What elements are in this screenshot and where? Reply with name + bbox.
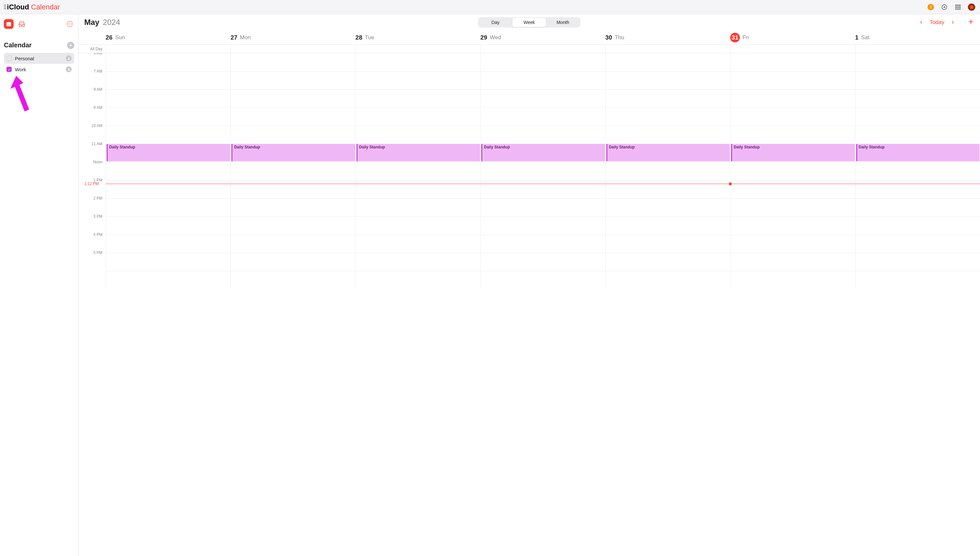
day-name: Fri	[742, 34, 749, 41]
calendar-event[interactable]: Daily Standup	[231, 144, 355, 162]
time-label: 4 PM	[93, 232, 102, 237]
day-column[interactable]: Daily Standup	[605, 53, 730, 289]
allday-cell[interactable]	[480, 45, 605, 53]
day-header[interactable]: 29Wed	[480, 31, 605, 44]
time-label: 11 AM	[91, 142, 102, 146]
top-header:  iCloud Calendar !	[0, 0, 980, 14]
day-header[interactable]: 31Fri	[730, 31, 855, 44]
sidebar: Calendar + PersonalWork	[0, 14, 78, 556]
day-header-row: 26Sun27Mon28Tue29Wed30Thu31Fri1Sat	[78, 31, 980, 45]
day-number: 31	[730, 33, 740, 42]
view-month-segment[interactable]: Month	[546, 18, 580, 27]
svg-point-11	[959, 8, 960, 10]
svg-point-4	[957, 5, 958, 5]
calendar-name: Work	[15, 67, 26, 72]
current-year: 2024	[103, 18, 120, 27]
svg-rect-15	[8, 24, 9, 24]
day-number: 1	[855, 34, 859, 41]
allday-cell[interactable]	[855, 45, 980, 53]
day-name: Thu	[615, 34, 624, 41]
day-column[interactable]: Daily Standup	[855, 53, 980, 289]
event-title: Daily Standup	[607, 144, 730, 150]
allday-cell[interactable]	[605, 45, 730, 53]
calendar-name: Personal	[15, 56, 34, 61]
view-day-segment[interactable]: Day	[479, 18, 513, 27]
quick-add-icon[interactable]	[940, 3, 949, 12]
svg-point-5	[959, 5, 960, 5]
calendar-item[interactable]: Personal	[4, 53, 74, 64]
calendar-visibility-checkbox[interactable]	[6, 56, 12, 61]
calendar-event[interactable]: Daily Standup	[481, 144, 605, 162]
svg-rect-14	[8, 24, 8, 24]
add-calendar-icon[interactable]: +	[67, 42, 74, 49]
time-label: 10 AM	[91, 123, 102, 128]
svg-point-17	[68, 57, 70, 58]
brand[interactable]:  iCloud Calendar	[4, 3, 60, 11]
annotation-arrow-icon	[10, 76, 36, 115]
calendar-event[interactable]: Daily Standup	[856, 144, 980, 162]
allday-cell[interactable]	[106, 45, 230, 53]
svg-point-9	[956, 8, 957, 10]
day-header[interactable]: 27Mon	[230, 31, 355, 44]
svg-rect-13	[6, 23, 11, 24]
calendar-event[interactable]: Daily Standup	[606, 144, 730, 162]
calendar-event[interactable]: Daily Standup	[356, 144, 480, 162]
calendar-event[interactable]: Daily Standup	[107, 144, 230, 162]
svg-point-18	[68, 68, 70, 70]
event-title: Daily Standup	[857, 144, 980, 150]
time-label: 8 AM	[94, 87, 102, 92]
inbox-icon[interactable]	[17, 19, 27, 29]
account-avatar[interactable]	[967, 3, 976, 12]
allday-cell[interactable]	[230, 45, 355, 53]
day-column[interactable]: Daily Standup	[230, 53, 355, 289]
sidebar-more-icon[interactable]	[65, 19, 74, 29]
svg-point-8	[959, 6, 960, 8]
time-label: 2 PM	[93, 196, 102, 200]
avatar-icon	[968, 3, 975, 11]
day-header[interactable]: 28Tue	[356, 31, 480, 44]
day-column[interactable]: Daily Standup	[106, 53, 230, 289]
day-number: 27	[230, 34, 237, 41]
calendar-main: May 2024 Day Week Month Today	[78, 14, 980, 556]
next-week-button[interactable]	[949, 19, 956, 26]
apple-logo-icon: 	[4, 3, 6, 11]
time-label: 3 PM	[93, 214, 102, 219]
time-label: 5 PM	[93, 251, 102, 255]
view-week-segment[interactable]: Week	[513, 18, 546, 27]
calendar-view-icon[interactable]	[4, 19, 14, 29]
notifications-alert-icon[interactable]: !	[926, 3, 935, 12]
calendar-share-icon[interactable]	[66, 55, 72, 61]
calendars-section-title: Calendar	[4, 42, 32, 49]
exclamation-icon: !	[928, 4, 934, 10]
allday-cell[interactable]	[356, 45, 480, 53]
day-number: 28	[356, 34, 362, 41]
day-number: 29	[480, 34, 487, 41]
today-button[interactable]: Today	[930, 19, 944, 26]
calendar-event[interactable]: Daily Standup	[731, 144, 855, 162]
prev-week-button[interactable]	[918, 19, 925, 26]
add-event-button[interactable]	[968, 18, 974, 26]
calendar-visibility-checkbox[interactable]	[6, 67, 12, 72]
svg-rect-16	[10, 24, 10, 24]
day-header[interactable]: 1Sat	[855, 31, 980, 44]
allday-cell[interactable]	[730, 45, 855, 53]
event-title: Daily Standup	[482, 144, 605, 150]
view-switcher: Day Week Month	[478, 17, 581, 27]
svg-point-10	[957, 8, 958, 10]
app-launcher-grid-icon[interactable]	[953, 3, 962, 12]
day-column[interactable]: Daily Standup	[356, 53, 480, 289]
day-column[interactable]: Daily Standup	[730, 53, 855, 289]
calendar-share-icon[interactable]	[66, 66, 72, 72]
calendar-toolbar: May 2024 Day Week Month Today	[78, 14, 980, 31]
time-label: 1 PM	[93, 178, 102, 183]
brand-app: Calendar	[31, 3, 60, 11]
calendar-item[interactable]: Work	[4, 64, 74, 75]
time-label: Noon	[93, 160, 102, 164]
day-header[interactable]: 26Sun	[106, 31, 230, 44]
day-column[interactable]: Daily Standup	[480, 53, 605, 289]
day-header[interactable]: 30Thu	[605, 31, 730, 44]
brand-service: iCloud	[7, 3, 29, 11]
day-name: Sat	[861, 34, 870, 41]
time-label: 6 AM	[94, 53, 102, 55]
event-title: Daily Standup	[108, 144, 230, 150]
